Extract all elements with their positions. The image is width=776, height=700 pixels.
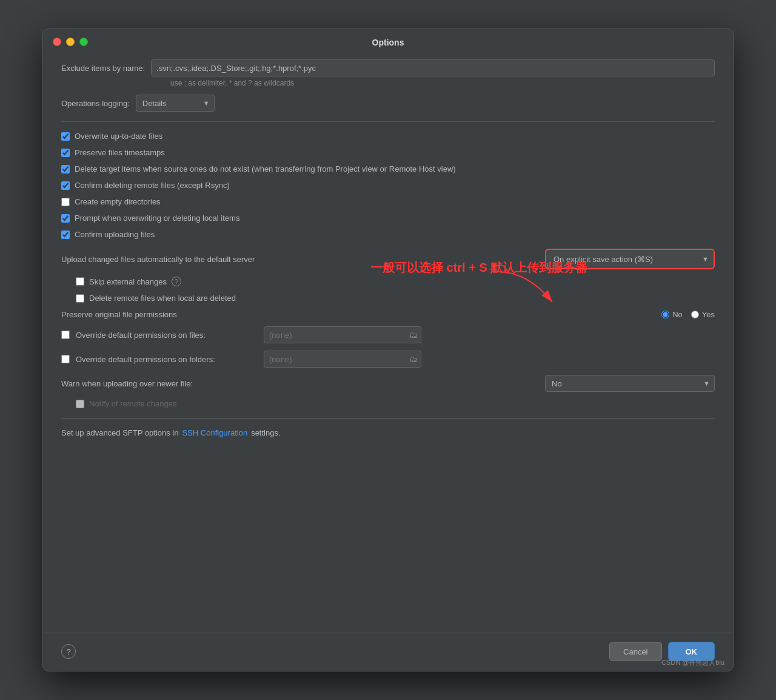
preserve-timestamps-label: Preserve files timestamps <box>75 148 165 157</box>
permissions-no-radio[interactable] <box>661 311 669 318</box>
skip-external-checkbox[interactable] <box>76 277 84 286</box>
override-folders-folder-button[interactable]: 🗂 <box>409 354 418 364</box>
prompt-overwriting-label: Prompt when overwriting or deleting loca… <box>75 214 239 223</box>
notify-remote-row: Notify of remote changes <box>61 399 715 408</box>
dialog-title: Options <box>372 38 404 47</box>
confirm-uploading-label: Confirm uploading files <box>75 230 155 239</box>
footer-left: ? <box>61 644 76 659</box>
overwrite-uptodate-row: Overwrite up-to-date files <box>61 132 715 141</box>
confirm-uploading-checkbox[interactable] <box>61 231 70 239</box>
close-button[interactable] <box>53 38 61 46</box>
override-folders-checkbox[interactable] <box>61 355 70 363</box>
warn-newer-label: Warn when uploading over newer file: <box>61 379 193 388</box>
create-empty-dirs-checkbox[interactable] <box>61 198 70 206</box>
maximize-button[interactable] <box>79 38 88 46</box>
watermark: CSDN @香焦超人biu <box>661 658 724 667</box>
override-folders-label: Override default permissions on folders: <box>76 355 258 364</box>
delete-remote-row: Delete remote files when local are delet… <box>61 294 715 303</box>
create-empty-dirs-label: Create empty directories <box>75 197 161 206</box>
upload-auto-select-wrapper: Never Always On explicit save action (⌘S… <box>545 249 715 269</box>
help-button[interactable]: ? <box>61 644 76 659</box>
warn-newer-row: Warn when uploading over newer file: No … <box>61 375 715 392</box>
preserve-permissions-label: Preserve original file permissions <box>61 310 177 319</box>
content-area: Exclude items by name: use ; as delimite… <box>43 53 733 633</box>
preserve-timestamps-checkbox[interactable] <box>61 149 70 157</box>
exclude-input[interactable] <box>151 59 715 76</box>
confirm-deleting-checkbox[interactable] <box>61 181 70 190</box>
delete-target-label: Delete target items when source ones do … <box>75 164 456 173</box>
sftp-row: Set up advanced SFTP options in SSH Conf… <box>61 428 715 437</box>
override-files-checkbox[interactable] <box>61 331 70 339</box>
confirm-deleting-label: Confirm deleting remote files (except Rs… <box>75 181 230 190</box>
divider-1 <box>61 121 715 122</box>
title-bar: Options <box>43 29 733 53</box>
traffic-lights <box>53 38 88 46</box>
permissions-yes-radio-label: Yes <box>691 310 715 319</box>
ssh-configuration-link[interactable]: SSH Configuration <box>182 428 247 437</box>
sftp-suffix: settings. <box>251 428 280 437</box>
ops-logging-select-wrapper: Details None Basic Verbose ▼ <box>136 95 215 112</box>
permissions-yes-radio[interactable] <box>691 311 699 318</box>
notify-remote-checkbox <box>76 400 84 408</box>
override-files-folder-button[interactable]: 🗂 <box>409 330 418 340</box>
override-files-row: Override default permissions on files: 🗂 <box>61 326 715 343</box>
ops-logging-select[interactable]: Details None Basic Verbose <box>136 95 215 112</box>
divider-2 <box>61 418 715 419</box>
permissions-no-text: No <box>672 310 683 319</box>
override-folders-input[interactable] <box>264 351 421 368</box>
delete-target-checkbox[interactable] <box>61 165 70 173</box>
preserve-timestamps-row: Preserve files timestamps <box>61 148 715 157</box>
overwrite-uptodate-checkbox[interactable] <box>61 132 70 141</box>
notify-remote-label: Notify of remote changes <box>89 399 177 408</box>
footer: ? Cancel OK <box>43 633 733 671</box>
minimize-button[interactable] <box>66 38 75 46</box>
ops-logging-label: Operations logging: <box>61 99 130 108</box>
operations-logging-row: Operations logging: Details None Basic V… <box>61 95 715 112</box>
upload-auto-select[interactable]: Never Always On explicit save action (⌘S… <box>545 249 715 269</box>
permissions-yes-text: Yes <box>702 310 715 319</box>
confirm-uploading-row: Confirm uploading files <box>61 230 715 239</box>
warn-newer-select-wrapper: No Yes ▼ <box>545 375 715 392</box>
prompt-overwriting-checkbox[interactable] <box>61 214 70 223</box>
delete-remote-checkbox[interactable] <box>76 294 84 303</box>
override-folders-input-wrapper: 🗂 <box>264 351 421 368</box>
exclude-items-row: Exclude items by name: <box>61 59 715 76</box>
prompt-overwriting-row: Prompt when overwriting or deleting loca… <box>61 214 715 223</box>
override-files-input[interactable] <box>264 326 421 343</box>
exclude-label: Exclude items by name: <box>61 64 145 73</box>
override-folders-row: Override default permissions on folders:… <box>61 351 715 368</box>
exclude-hint: use ; as delimiter, * and ? as wildcards <box>170 79 715 87</box>
create-empty-dirs-row: Create empty directories <box>61 197 715 206</box>
overwrite-uptodate-label: Overwrite up-to-date files <box>75 132 162 141</box>
cancel-button[interactable]: Cancel <box>609 642 661 661</box>
preserve-permissions-radio-group: No Yes <box>661 310 715 319</box>
permissions-no-radio-label: No <box>661 310 683 319</box>
skip-external-help-icon[interactable]: ? <box>172 277 181 286</box>
upload-auto-row: Upload changed files automatically to th… <box>61 249 715 269</box>
override-files-input-wrapper: 🗂 <box>264 326 421 343</box>
skip-external-label: Skip external changes <box>89 277 167 286</box>
confirm-deleting-row: Confirm deleting remote files (except Rs… <box>61 181 715 190</box>
skip-external-row: Skip external changes ? <box>61 277 715 286</box>
options-dialog: Options Exclude items by name: use ; as … <box>42 29 734 671</box>
sftp-prefix: Set up advanced SFTP options in <box>61 428 178 437</box>
delete-target-row: Delete target items when source ones do … <box>61 164 715 173</box>
delete-remote-label: Delete remote files when local are delet… <box>89 294 236 303</box>
upload-auto-label: Upload changed files automatically to th… <box>61 255 255 264</box>
override-files-label: Override default permissions on files: <box>76 331 258 340</box>
warn-newer-select[interactable]: No Yes <box>545 375 715 392</box>
preserve-permissions-row: Preserve original file permissions No Ye… <box>61 310 715 319</box>
